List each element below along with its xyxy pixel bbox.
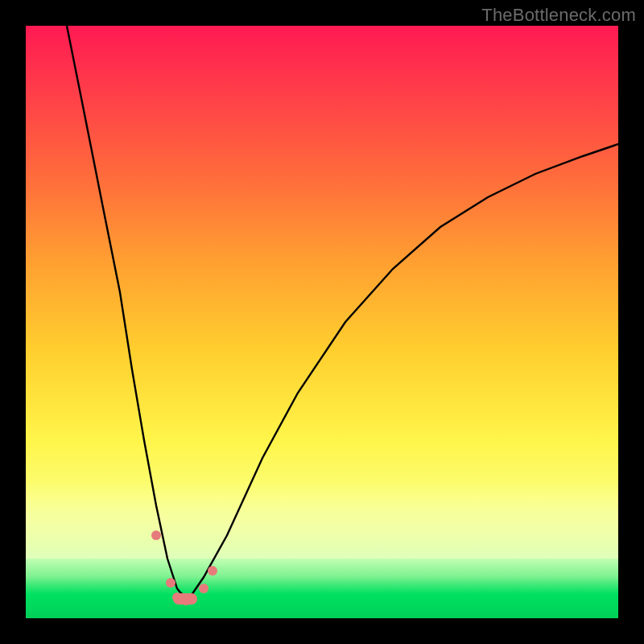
chart-svg <box>26 26 618 618</box>
chart-frame: TheBottleneck.com <box>0 0 644 644</box>
highlight-dots <box>151 530 217 605</box>
bottleneck-curve <box>67 26 618 597</box>
svg-point-1 <box>166 578 175 588</box>
watermark-text: TheBottleneck.com <box>481 5 636 26</box>
plot-area <box>26 26 618 618</box>
svg-rect-6 <box>173 593 197 605</box>
svg-point-4 <box>199 584 208 593</box>
svg-point-5 <box>208 566 217 576</box>
svg-point-0 <box>151 530 161 540</box>
